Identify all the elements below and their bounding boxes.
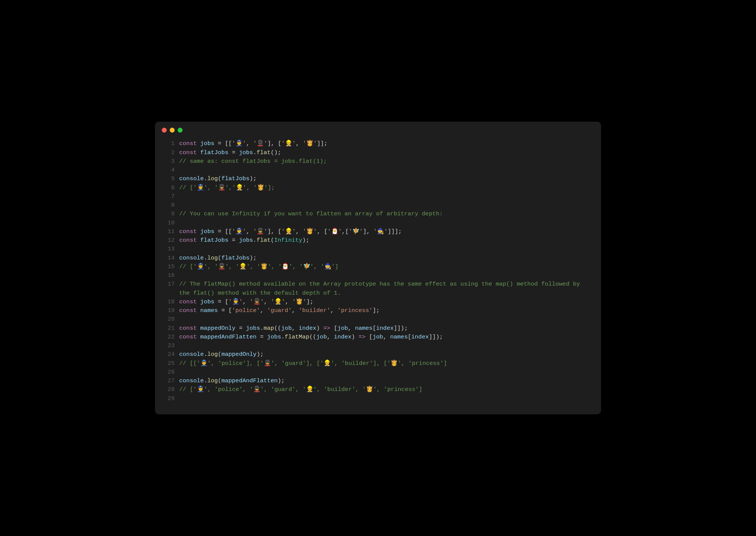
line-number: 22 (163, 333, 175, 341)
line-number: 23 (163, 341, 175, 350)
line-number: 14 (163, 254, 175, 263)
line-number: 15 (163, 263, 175, 271)
code-line: 7 (163, 192, 593, 201)
code-line: 11const jobs = [['👮', '💂'], ['👷', '👸', [… (163, 227, 593, 236)
code-line: 16 (163, 271, 593, 280)
code-line: 28// ['👮', 'police', '💂', 'guard', '👷', … (163, 385, 593, 394)
line-content: // You can use Infinity if you want to f… (179, 210, 593, 218)
line-number: 16 (163, 271, 175, 280)
code-line: 25// [['👮', 'police'], ['💂', 'guard'], [… (163, 359, 593, 368)
code-line: 15// ['👮', '💂', '👷', '👸', '🎅', '🧚', '🧙'] (163, 263, 593, 271)
line-number: 9 (163, 210, 175, 218)
code-line: 2const flatJobs = jobs.flat(); (163, 148, 593, 157)
line-content: // ['👮', '💂','👷', '👸']; (179, 184, 593, 192)
code-line: 17// The flatMap() method available on t… (163, 280, 593, 298)
line-content (179, 368, 593, 377)
line-number: 10 (163, 219, 175, 227)
line-content: // ['👮', 'police', '💂', 'guard', '👷', 'b… (179, 385, 593, 394)
line-number: 19 (163, 306, 175, 315)
code-line: 24console.log(mappedOnly); (163, 350, 593, 359)
line-number: 27 (163, 377, 175, 385)
line-number: 24 (163, 350, 175, 359)
line-number: 20 (163, 315, 175, 324)
code-window: 1const jobs = [['👮', '💂🏿'], ['👷', '👸']];… (155, 122, 601, 414)
code-line: 9// You can use Infinity if you want to … (163, 210, 593, 218)
line-content (179, 315, 593, 324)
line-content: // ['👮', '💂', '👷', '👸', '🎅', '🧚', '🧙'] (179, 263, 593, 271)
line-content (179, 192, 593, 201)
code-line: 8 (163, 201, 593, 210)
line-content (179, 219, 593, 227)
line-content: const jobs = [['👮', '💂🏿'], ['👷', '👸']]; (179, 139, 593, 148)
code-line: 29 (163, 394, 593, 403)
line-content: console.log(mappedOnly); (179, 350, 593, 359)
line-content: // The flatMap() method available on the… (179, 280, 593, 298)
maximize-icon[interactable] (178, 128, 183, 133)
line-content: console.log(flatJobs); (179, 175, 593, 183)
line-number: 29 (163, 394, 175, 403)
line-content (179, 341, 593, 350)
line-content: const mappedAndFlatten = jobs.flatMap((j… (179, 333, 593, 341)
line-number: 18 (163, 298, 175, 306)
line-content: const jobs = ['👮', '💂', '👷', '👸']; (179, 298, 593, 306)
line-content (179, 394, 593, 403)
line-content: const names = ['police', 'guard', 'build… (179, 306, 593, 315)
line-number: 17 (163, 280, 175, 298)
line-number: 4 (163, 166, 175, 175)
window-titlebar (155, 122, 601, 136)
code-line: 18const jobs = ['👮', '💂', '👷', '👸']; (163, 298, 593, 306)
line-content: const flatJobs = jobs.flat(); (179, 148, 593, 157)
line-content (179, 245, 593, 253)
close-icon[interactable] (162, 128, 167, 133)
line-content: console.log(flatJobs); (179, 254, 593, 263)
code-line: 5console.log(flatJobs); (163, 175, 593, 183)
line-number: 3 (163, 157, 175, 166)
code-line: 23 (163, 341, 593, 350)
line-content (179, 166, 593, 175)
line-content (179, 201, 593, 210)
line-content (179, 271, 593, 280)
code-line: 3// same as: const flatJobs = jobs.flat(… (163, 157, 593, 166)
line-number: 5 (163, 175, 175, 183)
code-editor[interactable]: 1const jobs = [['👮', '💂🏿'], ['👷', '👸']];… (155, 136, 601, 414)
code-line: 19const names = ['police', 'guard', 'bui… (163, 306, 593, 315)
code-line: 4 (163, 166, 593, 175)
minimize-icon[interactable] (170, 128, 175, 133)
line-number: 21 (163, 324, 175, 333)
line-number: 13 (163, 245, 175, 253)
line-number: 25 (163, 359, 175, 368)
line-content: const jobs = [['👮', '💂'], ['👷', '👸', ['🎅… (179, 227, 593, 236)
code-line: 20 (163, 315, 593, 324)
line-number: 11 (163, 227, 175, 236)
line-content: console.log(mappedAndFlatten); (179, 377, 593, 385)
line-number: 7 (163, 192, 175, 201)
line-number: 6 (163, 184, 175, 192)
line-content: // [['👮', 'police'], ['💂', 'guard'], ['👷… (179, 359, 593, 368)
code-line: 10 (163, 219, 593, 227)
code-line: 13 (163, 245, 593, 253)
code-line: 12const flatJobs = jobs.flat(Infinity); (163, 236, 593, 245)
line-content: const flatJobs = jobs.flat(Infinity); (179, 236, 593, 245)
code-line: 21const mappedOnly = jobs.map((job, inde… (163, 324, 593, 333)
line-number: 12 (163, 236, 175, 245)
line-number: 8 (163, 201, 175, 210)
line-number: 2 (163, 148, 175, 157)
code-line: 22const mappedAndFlatten = jobs.flatMap(… (163, 333, 593, 341)
line-number: 1 (163, 139, 175, 148)
code-line: 14console.log(flatJobs); (163, 254, 593, 263)
code-line: 6// ['👮', '💂','👷', '👸']; (163, 184, 593, 192)
line-content: // same as: const flatJobs = jobs.flat(1… (179, 157, 593, 166)
line-content: const mappedOnly = jobs.map((job, index)… (179, 324, 593, 333)
code-line: 27console.log(mappedAndFlatten); (163, 377, 593, 385)
code-line: 1const jobs = [['👮', '💂🏿'], ['👷', '👸']]; (163, 139, 593, 148)
line-number: 26 (163, 368, 175, 377)
line-number: 28 (163, 385, 175, 394)
code-line: 26 (163, 368, 593, 377)
